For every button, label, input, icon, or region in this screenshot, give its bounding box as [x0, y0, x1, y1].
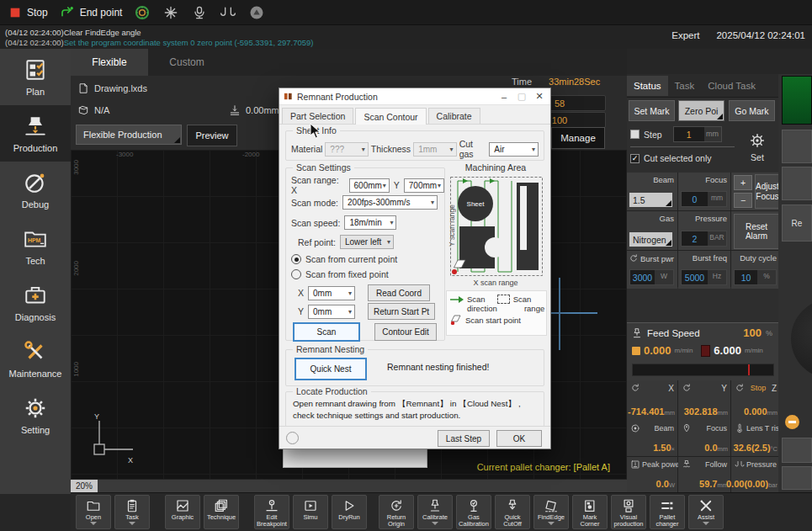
dialog-titlebar[interactable]: Remnant Production – ▢ ✕: [279, 88, 550, 105]
focus-minus-button[interactable]: −: [734, 193, 752, 208]
beam-select[interactable]: 1.5: [629, 193, 672, 207]
quick-cutoff-button[interactable]: Quick CutOff: [495, 495, 530, 529]
step-input[interactable]: 1mm: [673, 126, 722, 142]
axis-reset-icon[interactable]: [630, 383, 640, 393]
ok-button[interactable]: OK: [496, 430, 542, 447]
tab-cloud-task[interactable]: Cloud Task: [701, 76, 762, 96]
sidebar-item-plan[interactable]: Plan: [0, 49, 71, 105]
zero-point-button[interactable]: Zero Poi: [678, 100, 724, 121]
simu-button[interactable]: Simu: [293, 495, 328, 529]
calibrate-button[interactable]: Calibrate: [417, 495, 453, 529]
sidebar-item-setting[interactable]: Setting: [0, 387, 71, 443]
pressure-input[interactable]: 2BAR: [681, 231, 727, 247]
last-step-button[interactable]: Last Step: [438, 430, 490, 447]
return-start-button[interactable]: Return Start Pt: [368, 303, 435, 320]
fixed-y-combo[interactable]: 0mm▾: [308, 305, 355, 319]
side-button-reset[interactable]: Re: [782, 204, 812, 242]
minimize-button[interactable]: –: [497, 92, 511, 102]
drawing-file-row[interactable]: Drawing.lxds: [77, 82, 147, 94]
manage-button[interactable]: Manage: [551, 127, 605, 149]
fixed-y-label: Y: [298, 306, 304, 316]
help-icon[interactable]: [286, 432, 299, 444]
side-button[interactable]: [782, 466, 812, 490]
jog-knob[interactable]: [791, 299, 812, 379]
visual-production-button[interactable]: Visual production: [611, 495, 646, 529]
graphic-button[interactable]: Graphic: [165, 495, 200, 529]
burst-freq-input[interactable]: 5000Hz: [681, 269, 727, 285]
ref-point-select[interactable]: Lower left▾: [340, 235, 394, 249]
duty-cycle-input[interactable]: 10%: [734, 269, 777, 285]
cut-gas-select[interactable]: Air▾: [489, 142, 539, 157]
production-mode-select[interactable]: Flexible Production: [76, 125, 182, 145]
scan-fixed-point-option[interactable]: Scan from fixed point: [291, 269, 389, 279]
dryrun-button[interactable]: DryRun: [332, 495, 367, 529]
side-button[interactable]: [782, 130, 812, 163]
close-button[interactable]: ✕: [533, 91, 546, 102]
burst-freq-cell: Burst freq 5000Hz: [678, 251, 730, 289]
task-button[interactable]: Task: [114, 495, 150, 529]
read-coord-button[interactable]: Read Coord: [368, 284, 430, 301]
burst-icon[interactable]: [162, 4, 179, 21]
radio-fixed-point[interactable]: [291, 269, 301, 279]
stop-button[interactable]: Stop: [8, 6, 48, 19]
cut-selected-row[interactable]: ✓ Cut selected only: [630, 153, 712, 163]
tab-custom[interactable]: Custom: [148, 49, 226, 76]
scan-button[interactable]: Scan: [293, 322, 360, 342]
open-button[interactable]: Open: [76, 495, 111, 529]
technique-button[interactable]: Technique: [204, 495, 239, 529]
follow-sensor-icon[interactable]: [191, 4, 208, 21]
focus-input[interactable]: 0mm: [681, 191, 727, 207]
sidebar-item-production[interactable]: Production: [0, 105, 71, 162]
alarm-upload-icon[interactable]: [248, 4, 265, 21]
end-point-button[interactable]: End point: [60, 5, 123, 20]
fixed-x-combo[interactable]: 0mm▾: [308, 286, 355, 300]
quick-nest-button[interactable]: Quick Nest: [295, 358, 367, 380]
sidebar-item-tech[interactable]: HPM Tech: [0, 218, 71, 274]
radio-current-point[interactable]: [291, 254, 301, 264]
sidebar-item-debug[interactable]: Debug: [0, 162, 71, 218]
pallet-changer-button[interactable]: Pallet changer: [650, 495, 685, 529]
tab-part-selection[interactable]: Part Selection: [282, 108, 353, 124]
material-select[interactable]: ???▾: [325, 142, 369, 157]
gas-select[interactable]: Nitrogen: [629, 232, 672, 247]
scan-current-point-option[interactable]: Scan from current point: [291, 254, 397, 264]
preview-button[interactable]: Preview: [187, 125, 237, 146]
edit-breakpoint-button[interactable]: Edit Breakpoint: [254, 495, 289, 529]
reset-alarm-button[interactable]: Reset Alarm: [734, 214, 779, 249]
laser-aim-icon[interactable]: [134, 4, 151, 21]
return-origin-button[interactable]: Return Origin: [379, 495, 414, 529]
set-mark-button[interactable]: Set Mark: [629, 100, 675, 121]
part-row[interactable]: N/A: [77, 104, 109, 116]
go-mark-button[interactable]: Go Mark: [729, 100, 775, 121]
blow-gas-icon[interactable]: [220, 4, 236, 21]
thickness-select[interactable]: 1mm▾: [413, 142, 457, 157]
scan-speed-combo[interactable]: 18m/min▾: [344, 215, 396, 230]
gas-calibration-button[interactable]: Gas Calibration: [456, 495, 491, 529]
tab-task[interactable]: Task: [668, 76, 702, 96]
tab-calibrate[interactable]: Calibrate: [428, 108, 480, 124]
tab-flexible[interactable]: Flexible: [71, 49, 148, 76]
sidebar-item-diagnosis[interactable]: Diagnosis: [0, 274, 71, 331]
cut-selected-checkbox[interactable]: ✓: [630, 154, 640, 163]
mark-corner-button[interactable]: Mark Corner: [572, 495, 608, 529]
scan-mode-select[interactable]: 200fps-300mm/s▾: [342, 195, 438, 210]
adjust-focus-button[interactable]: Adjust Focus: [755, 174, 780, 209]
feed-speed-slider[interactable]: [632, 364, 774, 376]
side-button[interactable]: [782, 167, 812, 200]
focus-plus-button[interactable]: +: [734, 175, 752, 190]
maximize-button[interactable]: ▢: [515, 91, 528, 102]
axis-reset-icon[interactable]: [682, 383, 692, 393]
scan-range-y-combo[interactable]: 700mm▾: [404, 178, 444, 193]
tab-status[interactable]: Status: [627, 76, 668, 96]
sidebar-item-maintenance[interactable]: Maintenance: [0, 331, 71, 387]
contour-edit-button[interactable]: Contour Edit: [374, 323, 437, 341]
scan-range-x-combo[interactable]: 600mm▾: [349, 178, 390, 193]
set-button[interactable]: Set: [738, 125, 777, 168]
findedge-button[interactable]: FindEdge: [533, 495, 569, 529]
side-button[interactable]: [782, 438, 812, 463]
step-checkbox[interactable]: [630, 130, 640, 139]
tab-scan-contour[interactable]: Scan Contour: [355, 108, 426, 125]
burst-pwr-input[interactable]: 3000W: [629, 269, 674, 285]
assist-button[interactable]: Assist: [688, 495, 724, 529]
axis-reset-icon[interactable]: [735, 383, 745, 393]
